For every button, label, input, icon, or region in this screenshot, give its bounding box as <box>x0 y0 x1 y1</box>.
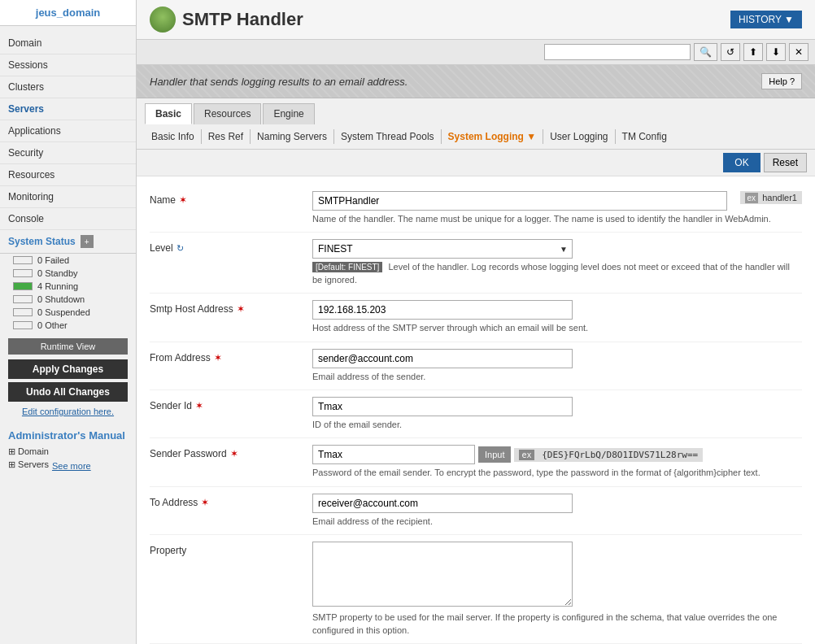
status-suspended: 0 Suspended <box>0 306 136 319</box>
sender-password-field: Input ex {DES}FQrLbQ/D8O1IDVS71L28rw== P… <box>312 445 802 479</box>
form-content: Name ✶ ex handler1 Name of the handler. … <box>137 176 815 644</box>
search-icon-button[interactable]: 🔍 <box>694 43 717 61</box>
main-tabs: Basic Resources Engine <box>137 98 815 124</box>
subtab-basic-info[interactable]: Basic Info <box>145 129 202 144</box>
main-header: SMTP Handler HISTORY ▼ <box>137 0 815 40</box>
property-hint: SMTP property to be used for the mail se… <box>312 611 802 637</box>
password-input-button[interactable]: Input <box>478 446 511 463</box>
history-button[interactable]: HISTORY ▼ <box>730 11 802 28</box>
subtab-tm-config[interactable]: TM Config <box>616 129 673 144</box>
system-status-header: System Status + <box>0 230 136 254</box>
sender-id-input[interactable] <box>312 397 573 416</box>
download-icon-button[interactable]: ⬇ <box>766 43 786 61</box>
subtab-system-thread-pools[interactable]: System Thread Pools <box>334 129 442 144</box>
to-address-label: To Address ✶ <box>150 494 312 528</box>
level-hint: [Default: FINEST] Level of the handler. … <box>312 261 802 286</box>
status-other: 0 Other <box>0 319 136 332</box>
level-select[interactable]: FINEST FINER FINE CONFIG INFO WARNING SE… <box>312 239 573 259</box>
smtp-host-input[interactable] <box>312 300 573 320</box>
from-address-label: From Address ✶ <box>150 349 312 383</box>
edit-config-link[interactable]: Edit configuration here. <box>8 407 128 416</box>
subtab-res-ref[interactable]: Res Ref <box>202 129 251 144</box>
sidebar-item-security[interactable]: Security <box>0 142 136 164</box>
apply-changes-button[interactable]: Apply Changes <box>8 359 128 379</box>
admin-manual-domain-link[interactable]: Domain <box>8 446 128 457</box>
smtp-handler-icon <box>150 7 176 33</box>
level-label: Level ↻ <box>150 239 312 286</box>
sidebar-item-sessions[interactable]: Sessions <box>0 54 136 76</box>
admin-manual: Administrator's Manual Domain Servers Se… <box>0 423 136 479</box>
name-input[interactable] <box>312 191 727 211</box>
add-status-button[interactable]: + <box>81 235 94 248</box>
subtab-user-logging[interactable]: User Logging <box>543 129 615 144</box>
name-hint: Name of the handler. The name must be un… <box>312 213 802 225</box>
sidebar-item-resources[interactable]: Resources <box>0 164 136 186</box>
upload-icon-button[interactable]: ⬆ <box>743 43 763 61</box>
sender-password-row: Sender Password ✶ Input ex {DES}FQrLbQ/D… <box>150 438 802 486</box>
status-failed: 0 Failed <box>0 254 136 267</box>
smtp-host-field: Host address of the SMTP server through … <box>312 300 802 334</box>
property-label: Property <box>150 542 312 637</box>
status-bar-suspended <box>13 308 33 316</box>
refresh-icon: ↻ <box>177 243 184 254</box>
sender-id-required: ✶ <box>195 400 203 411</box>
sidebar-title: jeus_domain <box>0 0 136 26</box>
status-bar-shutdown <box>13 295 33 303</box>
smtp-host-hint: Host address of the SMTP server through … <box>312 322 802 334</box>
level-field: FINEST FINER FINE CONFIG INFO WARNING SE… <box>312 239 802 286</box>
status-bar-running <box>13 282 33 290</box>
status-bar-failed <box>13 256 33 264</box>
reset-button[interactable]: Reset <box>764 153 807 172</box>
level-row: Level ↻ FINEST FINER FINE CONFIG INFO WA… <box>150 233 802 294</box>
search-input[interactable] <box>544 44 691 60</box>
property-field: SMTP property to be used for the mail se… <box>312 542 802 637</box>
runtime-view-button[interactable]: Runtime View <box>8 338 128 355</box>
field-id-badge: ex handler1 <box>740 191 802 204</box>
to-required: ✶ <box>201 497 209 508</box>
admin-manual-title: Administrator's Manual <box>8 429 128 442</box>
undo-changes-button[interactable]: Undo All Changes <box>8 382 128 402</box>
close-icon-button[interactable]: ✕ <box>789 43 808 61</box>
smtp-required: ✶ <box>237 303 245 315</box>
subtab-naming-servers[interactable]: Naming Servers <box>251 129 334 144</box>
tab-resources[interactable]: Resources <box>194 103 261 124</box>
sidebar-item-domain[interactable]: Domain <box>0 33 136 54</box>
sender-id-field: ID of the email sender. <box>312 397 802 431</box>
from-address-input[interactable] <box>312 349 573 368</box>
property-textarea[interactable] <box>312 542 573 607</box>
from-address-hint: Email address of the sender. <box>312 371 802 383</box>
name-label: Name ✶ <box>150 191 312 225</box>
admin-manual-servers-link[interactable]: Servers <box>8 459 49 470</box>
sidebar-item-applications[interactable]: Applications <box>0 120 136 142</box>
ok-button[interactable]: OK <box>723 153 760 172</box>
tab-basic[interactable]: Basic <box>145 103 192 124</box>
sidebar-item-clusters[interactable]: Clusters <box>0 76 136 98</box>
sender-password-input[interactable] <box>312 445 475 464</box>
see-more-link[interactable]: See more <box>52 461 91 471</box>
from-address-row: From Address ✶ Email address of the send… <box>150 342 802 390</box>
to-address-input[interactable] <box>312 494 573 513</box>
toolbar: 🔍 ↺ ⬆ ⬇ ✕ <box>137 40 815 65</box>
runtime-section: Runtime View Apply Changes Undo All Chan… <box>0 332 136 423</box>
status-bar-standby <box>13 269 33 277</box>
status-items: 0 Failed 0 Standby 4 Running 0 Shutdown … <box>0 254 136 332</box>
subtab-system-logging[interactable]: System Logging ▼ <box>442 129 544 144</box>
sidebar-item-console[interactable]: Console <box>0 208 136 230</box>
to-address-hint: Email address of the recipient. <box>312 516 802 528</box>
sidebar-nav: Domain Sessions Clusters Servers Applica… <box>0 33 136 230</box>
sidebar-item-monitoring[interactable]: Monitoring <box>0 186 136 208</box>
sender-password-label: Sender Password ✶ <box>150 445 312 479</box>
refresh-icon-button[interactable]: ↺ <box>721 43 740 61</box>
info-banner: Handler that sends logging results to an… <box>137 65 815 98</box>
sender-password-hint: Password of the email sender. To encrypt… <box>312 467 802 479</box>
action-bar: OK Reset <box>137 150 815 176</box>
header-right: HISTORY ▼ <box>730 11 802 28</box>
page-title: SMTP Handler <box>150 7 303 33</box>
tab-engine[interactable]: Engine <box>263 103 314 124</box>
to-address-field: Email address of the recipient. <box>312 494 802 528</box>
sidebar-item-servers[interactable]: Servers <box>0 98 136 120</box>
help-button[interactable]: Help ? <box>761 73 802 89</box>
sidebar: jeus_domain Domain Sessions Clusters Ser… <box>0 0 137 644</box>
smtp-host-label: Smtp Host Address ✶ <box>150 300 312 334</box>
status-bar-other <box>13 321 33 329</box>
